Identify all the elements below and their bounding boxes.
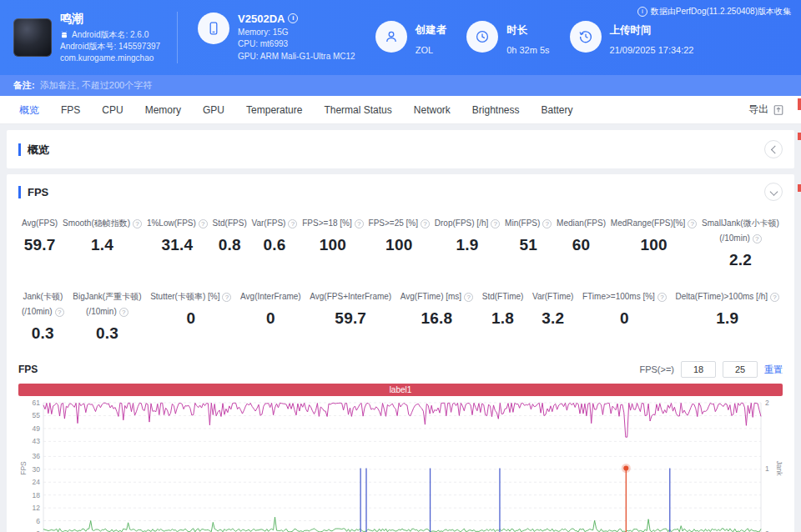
svg-text:24: 24 (33, 478, 41, 486)
main-content: 概览 FPS Avg(FPS)59.7Smooth(稳帧指数)?1.41%Low… (0, 124, 801, 532)
tab-fps[interactable]: FPS (50, 96, 91, 124)
metric-value: 1.8 (482, 309, 524, 328)
metric-value: 1.9 (435, 236, 500, 254)
help-icon[interactable]: ? (421, 219, 430, 228)
metric-label-text: MedRange(FPS)[%] (611, 218, 685, 228)
fps-chart-svg[interactable]: 6155494336302418126021000:0001:4203:2405… (18, 399, 783, 532)
fps-metrics-row-1: Avg(FPS)59.7Smooth(稳帧指数)?1.41%Low(FPS)?3… (22, 214, 779, 269)
tab-tab-0[interactable]: 概览 (8, 96, 50, 124)
export-icon (773, 104, 784, 116)
svg-text:6: 6 (36, 517, 40, 525)
fps-threshold-input-1[interactable] (681, 361, 716, 378)
metric-value: 0 (582, 309, 667, 328)
device-memory: Memory: 15G (238, 27, 355, 39)
help-icon[interactable]: ? (199, 219, 208, 228)
metric-label: Avg(FTime) [ms]? (400, 288, 473, 303)
metric-median-fps: Median(FPS)60 (557, 214, 606, 269)
help-icon[interactable]: ? (491, 219, 500, 228)
svg-text:43: 43 (33, 437, 41, 445)
fps-section: FPS Avg(FPS)59.7Smooth(稳帧指数)?1.41%Low(FP… (7, 174, 794, 532)
fps-metrics-row-2: Jank(卡顿) (/10min)?0.3BigJank(严重卡顿) (/10m… (22, 288, 779, 343)
overview-collapse-button[interactable] (764, 140, 783, 158)
fps-threshold-input-2[interactable] (723, 361, 758, 378)
help-icon[interactable]: ? (288, 219, 297, 228)
edge-marker (798, 98, 801, 110)
metric-bigjank-10min: BigJank(严重卡顿) (/10min)?0.3 (73, 288, 141, 343)
metric-value: 100 (611, 236, 697, 254)
metric-label-text: Std(FPS) (213, 218, 247, 228)
metric-value: 59.7 (22, 236, 58, 254)
metric-std-fps: Std(FPS)0.8 (213, 214, 247, 269)
metric-label: Stutter(卡顿率) [%]? (150, 288, 231, 303)
metric-fps-25-%: FPS>=25 [%]?100 (369, 214, 430, 269)
metric-label-text: FPS>=18 [%] (302, 218, 351, 228)
tab-cpu[interactable]: CPU (91, 96, 134, 124)
creator-text: 创建者 ZOL (416, 21, 447, 55)
fps-chart-block: FPS FPS(>=) 重置 label1 615549433630241812… (18, 361, 783, 532)
tab-thermal-status[interactable]: Thermal Status (313, 96, 402, 124)
help-icon[interactable]: ? (222, 293, 231, 302)
metric-label: Std(FTime) (482, 288, 524, 303)
metric-label-text: Var(FTime) (532, 292, 573, 301)
tab-temperature[interactable]: Temperature (235, 96, 313, 124)
reset-button[interactable]: 重置 (764, 364, 783, 376)
help-icon[interactable]: ? (753, 234, 762, 243)
metric-label-text: Var(FPS) (252, 218, 286, 228)
history-clock-icon (570, 21, 602, 53)
note-bar[interactable]: 备注: 添加备注, 不超过200个字符 (0, 75, 801, 96)
metric-value: 51 (505, 236, 552, 254)
svg-text:55: 55 (33, 411, 41, 419)
fps-collapse-button[interactable] (764, 183, 783, 201)
app-package: com.kurogame.mingchao (60, 53, 160, 64)
chevron-left-icon (770, 145, 778, 153)
duration-text: 时长 0h 32m 5s (506, 21, 549, 55)
tab-battery[interactable]: Battery (531, 96, 584, 124)
metric-std-ftime: Std(FTime)1.8 (482, 288, 524, 343)
help-icon[interactable]: ? (355, 219, 364, 228)
metric-label: SmallJank(微小卡顿) (/10min)? (702, 214, 779, 244)
tab-list: 概览FPSCPUMemoryGPUTemperatureThermal Stat… (8, 96, 584, 124)
export-button[interactable]: 导出 (748, 103, 793, 117)
metric-value: 1.4 (63, 236, 142, 254)
metric-label: Smooth(稳帧指数)? (63, 214, 142, 229)
svg-text:FPS: FPS (19, 461, 28, 475)
metric-label: Avg(FPS) (22, 214, 58, 229)
metric-value: 3.2 (532, 309, 573, 328)
metric-label-text: FPS>=25 [%] (369, 218, 418, 228)
metric-value: 2.2 (702, 251, 779, 269)
tab-brightness[interactable]: Brightness (461, 96, 531, 124)
tab-memory[interactable]: Memory (134, 96, 192, 124)
metric-label-text: Std(FTime) (482, 292, 524, 301)
help-icon[interactable]: ? (133, 219, 142, 228)
help-icon[interactable]: ? (657, 293, 667, 302)
metric-label: Median(FPS) (557, 214, 606, 229)
metric-label: 1%Low(FPS)? (147, 214, 208, 229)
metric-value: 100 (302, 236, 363, 254)
metric-label-text: Median(FPS) (557, 218, 606, 228)
device-name: V2502DA (238, 13, 285, 25)
metric-value: 60 (557, 236, 606, 254)
help-icon[interactable]: ? (464, 293, 473, 302)
svg-text:2: 2 (765, 399, 769, 407)
help-icon[interactable]: ? (542, 219, 552, 228)
info-icon[interactable]: i (288, 13, 298, 23)
metric-avg-fps: Avg(FPS)59.7 (22, 214, 58, 269)
svg-text:61: 61 (33, 399, 41, 407)
export-label: 导出 (748, 103, 768, 117)
chevron-down-icon (769, 188, 778, 196)
fps-section-header: FPS (18, 183, 783, 201)
perfdog-report-page: { "header": { "app": { "name": "鸣潮", "ve… (0, 0, 801, 532)
tab-gpu[interactable]: GPU (192, 96, 235, 124)
app-name: 鸣潮 (60, 12, 160, 27)
metric-label: Jank(卡顿) (/10min)? (22, 288, 64, 318)
help-icon[interactable]: ? (688, 219, 697, 228)
metric-label-text: BigJank(严重卡顿) (/10min) (73, 292, 141, 316)
info-icon: i (637, 7, 647, 17)
help-icon[interactable]: ? (770, 293, 779, 302)
app-info-block: 鸣潮 Android版本名: 2.6.0 Android版本号: 1455973… (13, 12, 178, 63)
help-icon[interactable]: ? (55, 308, 64, 317)
tab-network[interactable]: Network (403, 96, 461, 124)
metric-value: 0.6 (252, 236, 298, 254)
help-icon[interactable]: ? (119, 308, 128, 317)
metric-value: 0.8 (213, 236, 247, 254)
